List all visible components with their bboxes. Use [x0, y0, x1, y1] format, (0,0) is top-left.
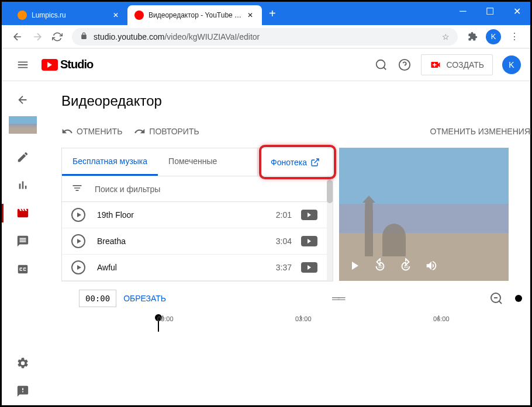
tab-title: Видеоредактор - YouTube Studio: [148, 11, 243, 19]
video-preview[interactable]: 10 10: [339, 148, 509, 281]
track-name: Breatha: [97, 236, 276, 246]
minimize-button[interactable]: ─: [450, 2, 476, 20]
favicon: [18, 11, 27, 20]
track-row[interactable]: Breatha 3:04: [62, 228, 327, 255]
track-duration: 3:04: [276, 236, 292, 246]
close-icon[interactable]: ✕: [246, 11, 255, 20]
tab-free-music[interactable]: Бесплатная музыка: [62, 148, 158, 176]
video-thumbnail[interactable]: [9, 116, 37, 134]
sidebar-item-subtitles[interactable]: [2, 255, 44, 283]
zoom-out-button[interactable]: [489, 291, 503, 305]
user-avatar[interactable]: K: [502, 55, 521, 74]
redo-button[interactable]: ПОВТОРИТЬ: [134, 126, 199, 137]
sidebar-back-button[interactable]: [11, 88, 34, 112]
sidebar-item-comments[interactable]: [2, 227, 44, 255]
youtube-studio-logo[interactable]: Studio: [42, 58, 93, 71]
svg-point-0: [376, 60, 385, 68]
preview-rewind-button[interactable]: 10: [371, 256, 389, 275]
external-link-icon: [310, 158, 320, 167]
sidebar-item-feedback[interactable]: [2, 377, 44, 405]
tab-title: Lumpics.ru: [32, 11, 109, 19]
url-path: /video/kgWIUZIAVaI/editor: [164, 32, 260, 41]
youtube-badge-icon: [301, 262, 317, 273]
extensions-button[interactable]: [462, 27, 482, 47]
maximize-button[interactable]: ☐: [476, 2, 503, 20]
preview-play-button[interactable]: [345, 256, 364, 275]
timecode-input[interactable]: 00:00: [79, 290, 116, 307]
scrollbar[interactable]: [327, 176, 333, 281]
ruler-mark: 00:00: [157, 315, 174, 322]
tab-audio-library-link[interactable]: Фонотека: [257, 148, 333, 176]
help-button[interactable]: [393, 53, 416, 76]
close-icon[interactable]: ✕: [111, 11, 120, 20]
drag-handle[interactable]: ══: [332, 293, 344, 305]
reload-button[interactable]: [47, 27, 67, 47]
ruler-mark: 03:00: [295, 315, 312, 322]
new-tab-button[interactable]: +: [262, 7, 283, 20]
preview-forward-button[interactable]: 10: [396, 256, 415, 275]
track-row[interactable]: Awful 3:37: [62, 255, 327, 281]
favicon: [134, 11, 144, 20]
track-name: 19th Floor: [97, 210, 276, 220]
back-button[interactable]: [8, 27, 27, 47]
address-bar[interactable]: studio.youtube.com /video/kgWIUZIAVaI/ed…: [72, 28, 458, 46]
menu-button[interactable]: [11, 53, 34, 76]
more-icon[interactable]: ⋮: [505, 27, 524, 47]
create-button[interactable]: СОЗДАТЬ: [421, 54, 493, 75]
play-icon[interactable]: [71, 260, 85, 274]
track-name: Awful: [97, 263, 276, 272]
track-row[interactable]: 19th Floor 2:01: [62, 202, 327, 228]
search-button[interactable]: [369, 53, 393, 76]
sidebar-item-details[interactable]: [2, 143, 44, 171]
sidebar-item-analytics[interactable]: [2, 171, 44, 199]
sidebar-item-editor[interactable]: [2, 199, 44, 227]
play-icon[interactable]: [71, 234, 85, 248]
youtube-icon: [42, 59, 58, 71]
youtube-badge-icon: [301, 236, 317, 246]
svg-text:10: 10: [378, 265, 383, 269]
youtube-badge-icon: [301, 210, 317, 220]
profile-button[interactable]: K: [486, 29, 501, 44]
browser-tab-1[interactable]: Lumpics.ru ✕: [11, 5, 127, 25]
bookmark-icon[interactable]: ☆: [442, 32, 450, 41]
track-duration: 3:37: [276, 263, 292, 272]
page-title: Видеоредактор: [61, 93, 530, 109]
timeline-ruler[interactable]: 00:00 03:00 06:00: [79, 315, 530, 332]
play-icon[interactable]: [71, 208, 85, 222]
ruler-mark: 06:00: [433, 315, 450, 322]
url-domain: studio.youtube.com: [94, 32, 164, 41]
undo-button[interactable]: ОТМЕНИТЬ: [61, 126, 122, 137]
filter-icon: [71, 182, 83, 196]
track-duration: 2:01: [276, 210, 292, 220]
sidebar-item-settings[interactable]: [2, 349, 44, 377]
trim-button[interactable]: ОБРЕЗАТЬ: [123, 294, 166, 303]
discard-changes-button[interactable]: ОТМЕНИТЬ ИЗМЕНЕНИЯ: [430, 127, 531, 136]
preview-volume-button[interactable]: [422, 256, 441, 275]
browser-tab-2[interactable]: Видеоредактор - YouTube Studio ✕: [127, 5, 262, 25]
zoom-slider-handle[interactable]: [515, 295, 522, 302]
svg-text:10: 10: [404, 265, 409, 269]
search-filter-input[interactable]: Поиск и фильтры: [62, 176, 327, 202]
close-window-button[interactable]: ✕: [503, 2, 530, 20]
lock-icon: [80, 32, 88, 41]
forward-button[interactable]: [27, 27, 47, 47]
tab-marked[interactable]: Помеченные: [158, 148, 227, 176]
